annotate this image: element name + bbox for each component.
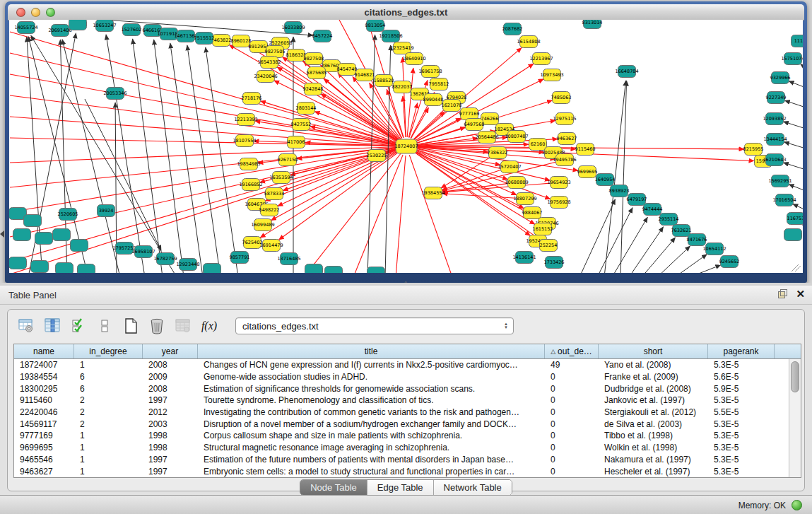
graph-node[interactable] — [204, 264, 221, 274]
graph-node-label: 8457224 — [312, 33, 333, 39]
table-select-combobox[interactable]: citations_edges.txt ▲▼ — [235, 317, 514, 334]
graph-node-label: 16210643 — [763, 157, 786, 163]
table-cell: Nakamura et al. (1997) — [599, 455, 708, 465]
graph-node[interactable] — [56, 263, 73, 274]
column-header-pagerank[interactable]: pagerank — [708, 344, 775, 358]
delete-icon[interactable] — [148, 317, 165, 334]
graph-node[interactable] — [78, 264, 95, 274]
new-file-icon[interactable] — [122, 317, 139, 334]
table-cell: 1997 — [143, 467, 198, 477]
column-header-title[interactable]: title — [198, 344, 545, 358]
table-cell: 5.9E-5 — [708, 384, 775, 394]
column-header-name[interactable]: name — [14, 344, 74, 358]
graph-node-label: 16353594 — [269, 175, 293, 180]
graph-node-label: 9699695 — [577, 169, 598, 175]
tab-network-table[interactable]: Network Table — [434, 480, 512, 495]
graph-node-label: 14055724 — [14, 25, 37, 30]
table-row[interactable]: 946362711997Embryonic stem cells: a mode… — [14, 465, 789, 477]
graph-node[interactable] — [35, 233, 53, 245]
table-cell: 1 — [74, 360, 143, 370]
close-panel-icon[interactable]: ✕ — [796, 288, 805, 299]
status-bar: Memory: OK — [0, 495, 812, 514]
table-cell: Estimation of the future numbers of pati… — [198, 455, 545, 465]
select-rows-icon[interactable] — [70, 317, 87, 334]
column-header-out_de…[interactable]: △out_de… — [545, 344, 599, 358]
table-cell: Structural magnetic resonance image aver… — [198, 443, 545, 452]
column-header-year[interactable]: year — [143, 344, 198, 358]
network-canvas[interactable]: 1872400774638228960128891295425226058982… — [9, 20, 803, 273]
window-title: citations_edges.txt — [8, 7, 804, 18]
tab-edge-table[interactable]: Edge Table — [367, 480, 434, 495]
graph-node-label: 8990448 — [423, 97, 444, 103]
graph-node-label: 10654112 — [702, 246, 726, 252]
graph-node-label: 16648784 — [615, 69, 638, 74]
graph-node[interactable] — [367, 267, 385, 274]
graph-node[interactable] — [71, 240, 88, 252]
network-window: citations_edges.txt 18724007746382289601… — [5, 1, 807, 283]
graph-node-label: 1733426 — [544, 259, 565, 265]
graph-node[interactable] — [325, 267, 343, 274]
graph-node-label: 2530225 — [367, 153, 387, 158]
scrollbar-thumb[interactable] — [791, 361, 799, 392]
window-titlebar[interactable]: citations_edges.txt — [8, 4, 804, 21]
table-row[interactable]: 1456911722003Disruption of a novel membe… — [14, 418, 789, 430]
column-header-short[interactable]: short — [599, 344, 708, 358]
column-header-spacer[interactable] — [775, 344, 789, 358]
graph-node-label: 1621078 — [442, 103, 462, 108]
table-row[interactable]: 911546021997Tourette syndrome. Phenomeno… — [14, 395, 789, 407]
table-cell: Changes of HCN gene expression and I(f) … — [198, 360, 545, 370]
graph-node[interactable] — [784, 229, 802, 241]
combobox-value: citations_edges.txt — [242, 321, 319, 332]
graph-node-label: 18807299 — [513, 196, 536, 201]
graph-node[interactable] — [13, 229, 31, 241]
graph-node-label: 1615152 — [533, 226, 553, 232]
row-boxes-icon[interactable] — [96, 317, 113, 334]
table-cell: 1998 — [143, 431, 198, 440]
table-vertical-scrollbar[interactable] — [789, 359, 801, 477]
table-row[interactable]: 977716911998Corpus callosum shape and si… — [14, 430, 789, 442]
graph-node-label: 9474444 — [642, 206, 663, 212]
graph-node-label: 20691406 — [48, 28, 71, 33]
table-row[interactable]: 1830029562008Estimation of significance … — [14, 382, 789, 395]
graph-node[interactable] — [31, 261, 49, 273]
graph-node-label: 18640910 — [402, 56, 425, 62]
table-cell: 6 — [74, 384, 143, 394]
column-chooser-icon[interactable] — [44, 317, 61, 334]
table-cell: 1 — [74, 455, 143, 465]
graph-node-label: 12213393 — [234, 117, 257, 122]
graph-node[interactable] — [305, 264, 323, 274]
table-cell: 2 — [74, 395, 143, 405]
tab-node-table[interactable]: Node Table — [300, 480, 367, 495]
table-cell: 5.3E-5 — [708, 360, 775, 370]
table-cell: 0 — [545, 455, 599, 465]
graph-node[interactable] — [53, 229, 71, 241]
table-cell: 49 — [545, 360, 599, 370]
graph-node-label: 15720407 — [498, 164, 521, 170]
graph-node-label: 9777169 — [459, 111, 480, 117]
table-row[interactable]: 1872400712008Changes of HCN gene express… — [14, 359, 789, 371]
table-panel-header: Table Panel ✕ — [0, 286, 812, 305]
graph-node[interactable] — [24, 215, 42, 227]
combobox-stepper-icon[interactable]: ▲▼ — [502, 319, 510, 333]
table-cell: Tourette syndrome. Phenomenology and cla… — [198, 395, 545, 405]
graph-node[interactable] — [69, 20, 87, 30]
float-panel-icon[interactable] — [778, 289, 787, 298]
table-row[interactable]: 2242004622012Investigating the contribut… — [14, 407, 789, 419]
panel-collapse-arrow-icon[interactable] — [0, 230, 4, 238]
graph-node[interactable] — [9, 257, 27, 269]
table-cell: Stergiakouli et al. (2012) — [599, 407, 708, 417]
table-row[interactable]: 946554611997Estimation of the future num… — [14, 454, 789, 466]
graph-node-label: 9146821 — [355, 72, 375, 78]
table-cell: de Silva et al. (2003) — [599, 419, 708, 429]
table-cell: 9777169 — [14, 431, 74, 440]
table-cell: 1997 — [143, 455, 198, 465]
table-settings-icon[interactable] — [18, 317, 35, 334]
graph-node-label: 417006 — [288, 139, 305, 145]
table-cell: 18724007 — [14, 360, 74, 370]
graph-node-label: 8454749 — [337, 66, 358, 72]
table-row[interactable]: 1938455462009Genome-wide association stu… — [14, 371, 789, 383]
table-row[interactable]: 969969511998Structural magnetic resonanc… — [14, 442, 789, 454]
table-cell: 2008 — [143, 360, 198, 370]
column-header-in_degree[interactable]: in_degree — [74, 344, 143, 358]
function-builder-icon[interactable]: f(x) — [201, 317, 218, 334]
